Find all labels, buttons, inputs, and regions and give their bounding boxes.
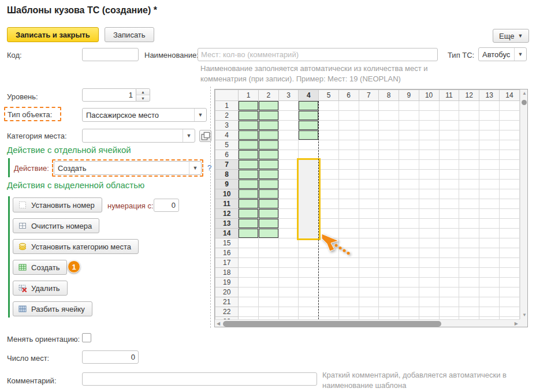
scroll-right-icon[interactable]: ▶ xyxy=(515,322,518,326)
grid-cell[interactable] xyxy=(479,209,500,219)
grid-cell[interactable] xyxy=(259,307,279,317)
grid-cell[interactable] xyxy=(239,170,259,180)
grid-cell[interactable] xyxy=(500,238,520,248)
code-input[interactable] xyxy=(82,48,139,61)
grid-row-header[interactable]: 21 xyxy=(215,297,239,307)
grid-column-header[interactable]: 9 xyxy=(399,90,419,101)
grid-cell[interactable] xyxy=(439,180,459,189)
grid-cell[interactable] xyxy=(259,209,279,219)
grid-cell[interactable] xyxy=(459,199,479,209)
grid-cell[interactable] xyxy=(239,140,259,150)
grid-cell[interactable] xyxy=(278,288,299,297)
grid-cell[interactable] xyxy=(459,297,479,307)
grid-column-header[interactable]: 5 xyxy=(319,90,339,101)
grid-cell[interactable] xyxy=(259,150,279,160)
grid-cell[interactable] xyxy=(359,248,379,258)
grid-cell[interactable] xyxy=(459,219,479,229)
grid-cell[interactable] xyxy=(419,288,439,297)
grid-cell[interactable] xyxy=(399,189,419,199)
grid-cell[interactable] xyxy=(338,199,359,209)
grid-cell[interactable] xyxy=(399,170,419,180)
grid-cell[interactable] xyxy=(419,150,439,160)
grid-cell[interactable] xyxy=(439,130,459,140)
grid-cell[interactable] xyxy=(479,297,500,307)
grid-cell[interactable] xyxy=(459,229,479,238)
grid-cell[interactable] xyxy=(399,307,419,317)
grid-row-header[interactable]: 5 xyxy=(215,140,239,150)
grid-cell[interactable] xyxy=(419,140,439,150)
create-button[interactable]: Создать xyxy=(13,260,67,275)
grid-row-header[interactable]: 20 xyxy=(215,288,239,297)
grid-cell[interactable] xyxy=(359,111,379,121)
grid-cell[interactable] xyxy=(439,297,459,307)
grid-cell[interactable] xyxy=(500,180,520,189)
grid-cell[interactable] xyxy=(299,278,319,288)
grid-cell[interactable] xyxy=(419,248,439,258)
grid-cell[interactable] xyxy=(379,248,399,258)
chevron-down-icon[interactable]: ▼ xyxy=(183,129,195,142)
scroll-up-icon[interactable]: ▲ xyxy=(522,91,527,96)
grid-column-header[interactable]: 13 xyxy=(479,90,500,101)
vertical-scrollbar[interactable]: ▲ ▼ xyxy=(520,89,527,319)
grid-row-header[interactable]: 9 xyxy=(215,180,239,189)
grid-row-header[interactable]: 4 xyxy=(215,130,239,140)
grid-cell[interactable] xyxy=(379,160,399,170)
grid-cell[interactable] xyxy=(459,238,479,248)
grid-cell[interactable] xyxy=(319,160,339,170)
grid-cell[interactable] xyxy=(319,140,339,150)
grid-cell[interactable] xyxy=(259,160,279,170)
grid-cell[interactable] xyxy=(359,238,379,248)
grid-cell[interactable] xyxy=(439,278,459,288)
grid-column-header[interactable]: 6 xyxy=(338,90,359,101)
grid-cell[interactable] xyxy=(399,297,419,307)
split-cell-button[interactable]: Разбить ячейку xyxy=(13,301,92,316)
grid-cell[interactable] xyxy=(399,278,419,288)
grid-cell[interactable] xyxy=(419,268,439,278)
level-stepper[interactable]: ▲ ▼ xyxy=(136,88,150,102)
grid-cell[interactable] xyxy=(319,268,339,278)
seat-category-choose-button[interactable] xyxy=(199,130,211,142)
grid-cell[interactable] xyxy=(379,140,399,150)
grid-cell[interactable] xyxy=(399,150,419,160)
grid-cell[interactable] xyxy=(299,219,319,229)
grid-cell[interactable] xyxy=(338,209,359,219)
grid-cell[interactable] xyxy=(459,248,479,258)
grid-cell[interactable] xyxy=(379,238,399,248)
grid-cell[interactable] xyxy=(399,160,419,170)
grid-cell[interactable] xyxy=(379,189,399,199)
grid-cell[interactable] xyxy=(479,258,500,268)
grid-cell[interactable] xyxy=(379,170,399,180)
grid-cell[interactable] xyxy=(379,219,399,229)
grid-cell[interactable] xyxy=(259,219,279,229)
grid-cell[interactable] xyxy=(419,121,439,130)
grid-cell[interactable] xyxy=(278,307,299,317)
grid-cell[interactable] xyxy=(338,130,359,140)
grid-cell[interactable] xyxy=(500,248,520,258)
grid-cell[interactable] xyxy=(399,238,419,248)
grid-cell[interactable] xyxy=(379,258,399,268)
grid-cell[interactable] xyxy=(338,150,359,160)
grid-cell[interactable] xyxy=(239,278,259,288)
grid-cell[interactable] xyxy=(379,199,399,209)
grid-cell[interactable] xyxy=(419,180,439,189)
grid-row-header[interactable]: 19 xyxy=(215,278,239,288)
grid-cell[interactable] xyxy=(239,288,259,297)
grid-cell[interactable] xyxy=(278,229,299,238)
object-type-select[interactable]: Пассажирское место ▼ xyxy=(82,108,207,122)
grid-cell[interactable] xyxy=(239,101,259,111)
grid-cell[interactable] xyxy=(439,209,459,219)
grid-cell[interactable] xyxy=(278,238,299,248)
horizontal-scroll-thumb[interactable] xyxy=(223,321,441,327)
grid-cell[interactable] xyxy=(278,140,299,150)
grid-row-header[interactable]: 17 xyxy=(215,258,239,268)
grid-cell[interactable] xyxy=(459,170,479,180)
grid-cell[interactable] xyxy=(419,238,439,248)
grid-cell[interactable] xyxy=(479,180,500,189)
grid-cell[interactable] xyxy=(359,278,379,288)
grid-cell[interactable] xyxy=(299,189,319,199)
grid-cell[interactable] xyxy=(479,268,500,278)
grid-cell[interactable] xyxy=(239,189,259,199)
grid-cell[interactable] xyxy=(419,199,439,209)
grid-cell[interactable] xyxy=(299,238,319,248)
grid-cell[interactable] xyxy=(419,170,439,180)
